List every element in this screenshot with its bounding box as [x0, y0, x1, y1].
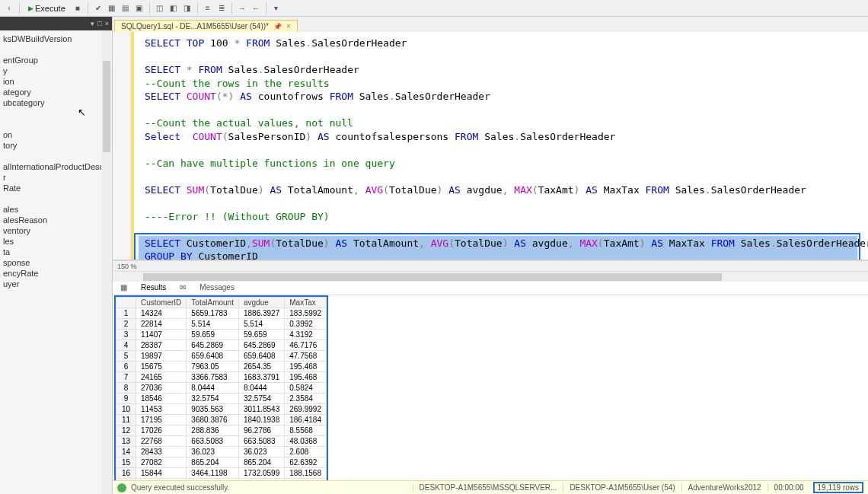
- results-tabbar: ▦ Results ✉ Messages: [113, 282, 868, 295]
- outdent-icon[interactable]: ←: [250, 2, 262, 14]
- table-row[interactable]: 11171953680.38761840.1938186.4184: [116, 415, 327, 425]
- table-row[interactable]: 1527082865.204865.20462.6392: [116, 457, 327, 468]
- column-header[interactable]: TotalAmount: [187, 298, 239, 308]
- zoom-value[interactable]: 150 %: [117, 263, 137, 270]
- tree-item[interactable]: sponse: [2, 257, 110, 268]
- back-icon[interactable]: ‹: [3, 2, 15, 14]
- tree-item[interactable]: uyer: [2, 279, 110, 289]
- tree-item[interactable]: [2, 119, 110, 129]
- success-icon: [117, 483, 126, 492]
- results-icon: ▦: [117, 282, 130, 295]
- table-row[interactable]: 1143245659.17831886.3927183.5992: [116, 308, 327, 319]
- tree-item[interactable]: on: [2, 129, 110, 140]
- tree-item[interactable]: [2, 108, 110, 119]
- tab-sqlquery1[interactable]: SQLQuery1.sql - DE...A1M5655\User (54))*…: [114, 20, 298, 32]
- execute-label: Execute: [35, 4, 65, 13]
- execute-button[interactable]: ▶Execute: [24, 4, 70, 13]
- text-icon[interactable]: ▤: [120, 2, 132, 14]
- table-row[interactable]: 8270368.04448.04440.5824: [116, 383, 327, 394]
- tree-item[interactable]: [2, 193, 110, 204]
- pin-icon[interactable]: 📌: [273, 23, 282, 30]
- play-icon: ▶: [28, 5, 34, 12]
- status-server: DESKTOP-A1M5655\MSSQLSERVER...: [413, 483, 563, 492]
- debug-icon[interactable]: ■: [72, 2, 84, 14]
- comment-icon[interactable]: ≡: [202, 2, 214, 14]
- status-bar: Query executed successfully. DESKTOP-A1M…: [113, 480, 868, 494]
- table-row[interactable]: 91854632.575432.57542.3584: [116, 394, 327, 404]
- table-row[interactable]: 2228145.5145.5140.3992: [116, 319, 327, 330]
- close-icon[interactable]: ×: [105, 20, 109, 27]
- main-toolbar: ‹ ▶Execute ■ ✔ ▦ ▤ ▣ ◫ ◧ ◨ ≡ ≣ → ← ▾: [0, 0, 868, 17]
- zoom-bar: 150 %: [113, 260, 868, 271]
- tree-item[interactable]: tory: [2, 140, 110, 151]
- table-row[interactable]: 16158443464.11981732.0599188.1568: [116, 468, 327, 479]
- grid-icon[interactable]: ▦: [106, 2, 118, 14]
- status-login: DESKTOP-A1M5655\User (54): [563, 483, 681, 492]
- pin-icon[interactable]: ▾: [91, 20, 94, 27]
- change-stripe: [131, 32, 134, 260]
- table-row[interactable]: 142843336.02336.0232.608: [116, 447, 327, 457]
- results-grid-area: CustomerIDTotalAmountavgdueMaxTax1143245…: [113, 295, 868, 494]
- tree-item[interactable]: y: [2, 65, 110, 76]
- uncomment-icon[interactable]: ≣: [215, 2, 228, 14]
- tree-item[interactable]: [2, 151, 110, 161]
- table-row[interactable]: 6156757963.052654.35195.468: [116, 362, 327, 372]
- status-time: 00:00:00: [767, 483, 810, 492]
- object-explorer-panel: ▾ □ × ksDWBuildVersion entGroupyionatego…: [0, 17, 113, 494]
- indent-icon[interactable]: →: [236, 2, 248, 14]
- tree-item[interactable]: ion: [2, 76, 110, 87]
- sql-editor[interactable]: SELECT TOP 100 * FROM Sales.SalesOrderHe…: [113, 32, 868, 260]
- tree-item[interactable]: Rate: [2, 183, 110, 193]
- panel-header: ▾ □ ×: [0, 17, 112, 30]
- tree-item[interactable]: ategory: [2, 87, 110, 97]
- tab-results[interactable]: Results: [138, 282, 169, 295]
- tree-item[interactable]: ventory: [2, 225, 110, 236]
- table-row[interactable]: 1217026288.83696.27868.5568: [116, 425, 327, 436]
- tree-item[interactable]: [2, 44, 110, 55]
- check-icon[interactable]: ✔: [92, 2, 104, 14]
- status-rowcount: 19,119 rows: [813, 482, 863, 493]
- messages-icon: ✉: [177, 282, 189, 295]
- scrollbar[interactable]: [101, 30, 112, 494]
- tree-item[interactable]: entGroup: [2, 55, 110, 65]
- results-grid[interactable]: CustomerIDTotalAmountavgdueMaxTax1143245…: [116, 297, 327, 494]
- tree-list[interactable]: ksDWBuildVersion entGroupyionategoryubca…: [0, 30, 112, 292]
- table-row[interactable]: 7241653366.75831683.3791195.468: [116, 372, 327, 383]
- table-row[interactable]: 1322768663.5083663.508348.0368: [116, 436, 327, 447]
- editor-hscroll[interactable]: [113, 271, 868, 282]
- status-db: AdventureWorks2012: [681, 483, 767, 492]
- tab-label: SQLQuery1.sql - DE...A1M5655\User (54))*: [121, 22, 269, 30]
- tree-item[interactable]: ksDWBuildVersion: [2, 33, 110, 44]
- table-row[interactable]: 428387645.2869645.286946.7176: [116, 340, 327, 351]
- tool3-icon[interactable]: ◨: [181, 2, 193, 14]
- more-icon[interactable]: ▾: [270, 2, 282, 14]
- tree-item[interactable]: ubcategory: [2, 97, 110, 108]
- table-row[interactable]: 10114539035.5633011.8543269.9992: [116, 404, 327, 415]
- tree-item[interactable]: ta: [2, 247, 110, 257]
- panel-menu-icon[interactable]: □: [97, 20, 101, 27]
- file-icon[interactable]: ▣: [133, 2, 145, 14]
- column-header[interactable]: avgdue: [238, 298, 284, 308]
- tree-item[interactable]: r: [2, 172, 110, 183]
- table-row[interactable]: 519897659.6408659.640847.7568: [116, 351, 327, 362]
- column-header[interactable]: CustomerID: [136, 298, 187, 308]
- code-content[interactable]: SELECT TOP 100 * FROM Sales.SalesOrderHe…: [139, 32, 868, 260]
- document-tabbar: SQLQuery1.sql - DE...A1M5655\User (54))*…: [113, 17, 868, 32]
- tool1-icon[interactable]: ◫: [154, 2, 166, 14]
- tree-item[interactable]: ales: [2, 204, 110, 215]
- status-message: Query executed successfully.: [131, 483, 229, 492]
- close-icon[interactable]: ×: [286, 22, 291, 30]
- tool2-icon[interactable]: ◧: [168, 2, 180, 14]
- tab-messages[interactable]: Messages: [196, 282, 238, 295]
- tree-item[interactable]: les: [2, 236, 110, 247]
- tree-item[interactable]: alInternationalProductDescription: [2, 161, 110, 172]
- table-row[interactable]: 31140759.65959.6594.3192: [116, 330, 327, 340]
- highlight-box-grid: CustomerIDTotalAmountavgdueMaxTax1143245…: [114, 295, 328, 494]
- tree-item[interactable]: encyRate: [2, 268, 110, 279]
- editor-gutter: [113, 32, 131, 260]
- tree-item[interactable]: alesReason: [2, 215, 110, 225]
- column-header[interactable]: MaxTax: [285, 298, 327, 308]
